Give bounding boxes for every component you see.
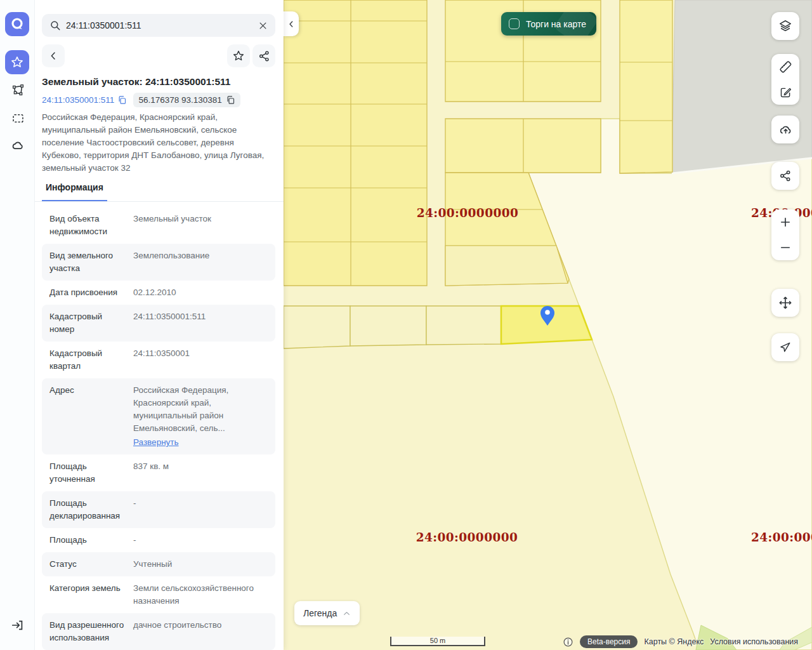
move-arrows-icon (778, 296, 792, 310)
cadastral-quarter-label: 24:00:0000000 (417, 206, 518, 220)
cloud-upload-icon (778, 123, 793, 137)
info-row: Площадь уточненная837 кв. м (42, 454, 275, 491)
share-nodes-icon (258, 50, 270, 62)
chevron-up-icon (343, 609, 351, 618)
measure-button[interactable] (771, 54, 799, 79)
cadastral-number-chip[interactable]: 24:11:0350001:511 (42, 95, 127, 105)
dashed-rectangle-icon (11, 112, 25, 125)
info-row-value: 24:11:0350001:511 (133, 310, 268, 336)
navigation-arrow-icon (779, 341, 792, 354)
app-logo-icon (10, 17, 25, 32)
expand-address-link[interactable]: Развернуть (133, 436, 179, 449)
copy-icon (117, 95, 127, 105)
info-row-value: дачное строительство (133, 619, 268, 644)
favorite-button[interactable] (227, 44, 250, 67)
info-row: Площадь декларированная- (42, 491, 275, 528)
map-canvas[interactable]: 24:00:000000024:00:000000024:00:00000002… (284, 0, 812, 650)
zoom-in-button[interactable] (771, 209, 799, 235)
terms-of-use-link[interactable]: Условия использования (710, 637, 798, 646)
zoom-out-button[interactable] (771, 235, 799, 260)
copy-cadastral-button[interactable] (117, 95, 127, 105)
info-row: Категория земельЗемли сельскохозяйственн… (42, 576, 275, 613)
edit-icon (779, 86, 792, 99)
info-icon[interactable] (563, 637, 573, 647)
zoom-controls (771, 209, 799, 260)
info-row-label: Кадастровый квартал (49, 347, 133, 373)
info-row-label: Адрес (49, 384, 133, 449)
info-row-value: 24:11:0350001 (133, 347, 268, 373)
sign-in-button[interactable] (11, 618, 25, 632)
info-row-value: Земельный участок (133, 213, 268, 238)
sidebar-item-measure-polygon[interactable] (11, 83, 25, 97)
info-row-value: - (133, 497, 268, 522)
sidebar-item-favorites[interactable] (5, 50, 29, 74)
copy-coordinates-button[interactable] (226, 95, 235, 105)
share-button[interactable] (252, 44, 275, 67)
icon-rail (0, 0, 35, 650)
star-icon (10, 55, 24, 69)
info-row-value: Учтенный (133, 558, 268, 571)
star-outline-icon (232, 50, 245, 62)
yandex-maps-link[interactable]: Карты © Яндекс (644, 637, 704, 646)
info-row: Вид разрешенного использованиядачное стр… (42, 613, 275, 650)
plus-icon (779, 216, 792, 229)
draw-edit-button[interactable] (771, 79, 799, 105)
tab-divider (35, 201, 284, 202)
search-bar (42, 14, 275, 37)
info-row: Площадь- (42, 528, 275, 552)
search-icon (49, 20, 61, 31)
pan-mode-button[interactable] (771, 289, 799, 317)
info-row: Вид земельного участкаЗемлепользование (42, 244, 275, 281)
info-row-label: Вид земельного участка (49, 249, 133, 275)
share-map-button[interactable] (771, 162, 799, 190)
legend-button[interactable]: Легенда (294, 601, 360, 625)
object-chips: 24:11:0350001:511 56.176378 93.130381 (42, 93, 240, 107)
polygon-vertices-icon (11, 84, 25, 97)
card-header-actions (42, 44, 275, 67)
scale-label: 50 m (430, 637, 445, 644)
map-parcel (426, 306, 501, 345)
map-parcel (620, 0, 672, 173)
map-parcel (284, 0, 427, 286)
info-row-value: 02.12.2010 (133, 286, 268, 299)
tools-group (771, 54, 799, 105)
info-row-label: Статус (49, 558, 133, 571)
collapse-panel-button[interactable] (284, 11, 299, 36)
clear-search-icon[interactable] (258, 21, 268, 30)
chevron-left-icon (287, 20, 295, 28)
cloud-icon (11, 139, 25, 153)
info-row-value: Российская Федерация, Красноярский край,… (133, 384, 268, 449)
sign-in-icon (11, 618, 25, 632)
map-parcel (445, 246, 568, 286)
chevron-left-icon (48, 51, 58, 61)
auctions-checkbox[interactable] (509, 18, 520, 29)
minus-icon (779, 241, 792, 254)
info-row-label: Площадь (49, 534, 133, 547)
info-row-value: Земли сельскохозяйственного назначения (133, 582, 268, 607)
map-attribution: Beta-версия Карты © Яндекс Условия испол… (563, 635, 798, 649)
info-row-label: Площадь уточненная (49, 460, 133, 486)
cadastral-map[interactable]: 24:00:000000024:00:000000024:00:00000002… (284, 0, 812, 650)
info-row-value: - (133, 534, 268, 547)
tab-information[interactable]: Информация (42, 182, 107, 202)
sidebar-item-select-area[interactable] (11, 111, 25, 125)
layers-button[interactable] (771, 12, 799, 40)
address-summary: Российская Федерация, Красноярский край,… (42, 111, 274, 175)
app-logo[interactable] (5, 12, 29, 36)
sidebar-item-cloud-services[interactable] (11, 139, 25, 153)
coordinates-chip: 56.176378 93.130381 (133, 93, 240, 107)
map-parcel (284, 306, 350, 348)
info-row: Кадастровый номер24:11:0350001:511 (42, 305, 275, 342)
object-card-panel: Земельный участок: 24:11:0350001:511 24:… (35, 0, 284, 650)
info-row: СтатусУчтенный (42, 552, 275, 576)
cadastral-quarter-label: 24:00:0000000 (416, 531, 518, 544)
upload-layer-button[interactable] (771, 116, 799, 143)
ruler-icon (779, 60, 792, 74)
back-button[interactable] (42, 44, 65, 67)
search-input[interactable] (66, 20, 253, 30)
locate-me-button[interactable] (771, 333, 799, 361)
info-row-label: Кадастровый номер (49, 310, 133, 336)
legend-label: Легенда (303, 608, 337, 618)
auctions-toggle-label: Торги на карте (526, 19, 586, 29)
auctions-on-map-toggle[interactable]: Торги на карте (501, 12, 596, 36)
